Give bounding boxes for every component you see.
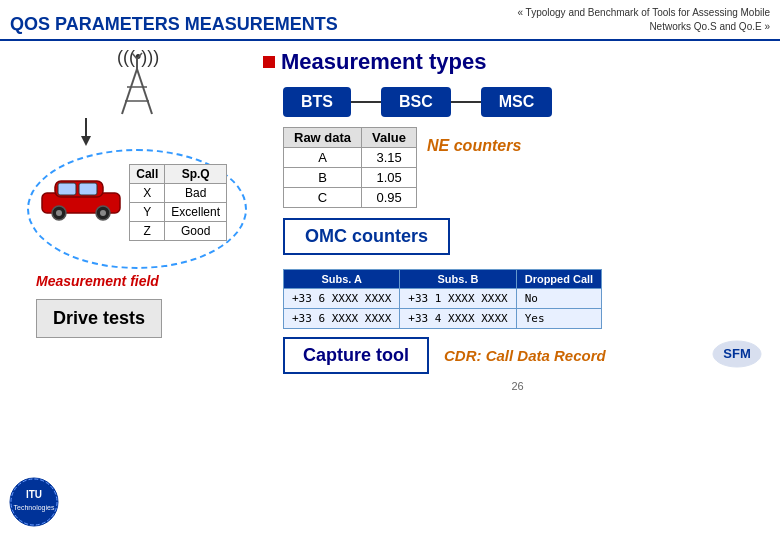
page-number-area: 26 xyxy=(263,376,772,394)
subs-table-cell: Yes xyxy=(516,309,601,329)
ne-col1-header: Raw data xyxy=(284,128,362,148)
spq-col2-header: Sp.Q xyxy=(165,165,227,184)
ne-counters-label: NE counters xyxy=(427,137,521,155)
tower-icon: (((•))) xyxy=(97,49,177,119)
subs-table-container: Subs. ASubs. BDropped Call +33 6 XXXX XX… xyxy=(283,269,772,329)
capture-cdr-row: Capture tool CDR: Call Data Record SFM xyxy=(283,337,772,374)
subs-table-row: +33 6 XXXX XXXX+33 1 XXXX XXXXNo xyxy=(284,289,602,309)
spq-table-row: ZGood xyxy=(130,222,227,241)
svg-point-16 xyxy=(56,210,62,216)
network-nodes-row: BTS BSC MSC xyxy=(283,87,772,117)
ne-table-row-raw: A xyxy=(284,148,362,168)
ne-table: Raw data Value A3.15B1.05C0.95 xyxy=(283,127,417,208)
drive-tests-box: Drive tests xyxy=(36,299,162,338)
ne-table-row: C0.95 xyxy=(284,188,417,208)
measurement-types-heading: Measurement types xyxy=(263,49,772,75)
spq-row-value: Bad xyxy=(165,184,227,203)
spq-table: Call Sp.Q XBadYExcellentZGood xyxy=(129,164,227,241)
tower-area: (((•))) xyxy=(16,49,258,123)
itu-logo-area: ITU Technologies xyxy=(8,476,60,532)
omc-counters-container: OMC counters xyxy=(263,218,772,263)
page-header: QOS PARAMETERS MEASUREMENTS « Typology a… xyxy=(0,0,780,41)
svg-rect-13 xyxy=(79,183,97,195)
svg-text:ITU: ITU xyxy=(26,489,42,500)
svg-line-1 xyxy=(122,69,137,114)
measurement-types-label: Measurement types xyxy=(281,49,486,75)
subs-table-row: +33 6 XXXX XXXX+33 4 XXXX XXXXYes xyxy=(284,309,602,329)
sfm-logo-icon: SFM xyxy=(712,339,762,369)
omc-counters-box: OMC counters xyxy=(283,218,450,255)
spq-row-call: Y xyxy=(130,203,165,222)
spq-table-row: XBad xyxy=(130,184,227,203)
spq-col1-header: Call xyxy=(130,165,165,184)
svg-line-2 xyxy=(137,69,152,114)
bts-box: BTS xyxy=(283,87,351,117)
car-icon xyxy=(37,171,127,225)
itu-logo-icon: ITU Technologies xyxy=(8,476,60,528)
sfm-logo-area: SFM xyxy=(712,339,762,373)
spq-row-value: Excellent xyxy=(165,203,227,222)
svg-point-17 xyxy=(100,210,106,216)
left-column: (((•))) xyxy=(8,49,258,394)
spq-row-value: Good xyxy=(165,222,227,241)
arrow-bts-bsc xyxy=(351,101,381,103)
subs-table-header: Dropped Call xyxy=(516,270,601,289)
ne-table-row-raw: C xyxy=(284,188,362,208)
subs-table-cell: +33 6 XXXX XXXX xyxy=(284,289,400,309)
spq-table-row: YExcellent xyxy=(130,203,227,222)
cdr-label: CDR: Call Data Record xyxy=(444,347,606,364)
ne-counters-area: Raw data Value A3.15B1.05C0.95 NE counte… xyxy=(283,127,772,208)
spq-row-call: Z xyxy=(130,222,165,241)
subs-table-cell: No xyxy=(516,289,601,309)
bsc-box: BSC xyxy=(381,87,451,117)
ne-table-row-raw: B xyxy=(284,168,362,188)
ne-col2-header: Value xyxy=(362,128,417,148)
svg-point-20 xyxy=(10,478,58,526)
svg-text:SFM: SFM xyxy=(723,346,750,361)
svg-rect-12 xyxy=(58,183,76,195)
bullet-icon xyxy=(263,56,275,68)
subs-table-cell: +33 4 XXXX XXXX xyxy=(400,309,516,329)
ne-table-row-value: 1.05 xyxy=(362,168,417,188)
arrow-bsc-msc xyxy=(451,101,481,103)
ne-table-row-value: 0.95 xyxy=(362,188,417,208)
measurement-field-oval: Call Sp.Q XBadYExcellentZGood xyxy=(27,149,247,269)
page-number: 26 xyxy=(511,380,523,392)
capture-tool-box: Capture tool xyxy=(283,337,429,374)
subs-table-cell: +33 1 XXXX XXXX xyxy=(400,289,516,309)
spq-row-call: X xyxy=(130,184,165,203)
svg-text:Technologies: Technologies xyxy=(14,504,55,512)
ne-table-row-value: 3.15 xyxy=(362,148,417,168)
page-title: QOS PARAMETERS MEASUREMENTS xyxy=(10,14,338,35)
subs-table-header: Subs. A xyxy=(284,270,400,289)
ne-table-row: B1.05 xyxy=(284,168,417,188)
measurement-field-label: Measurement field xyxy=(36,273,258,289)
svg-marker-9 xyxy=(81,136,91,146)
ne-table-row: A3.15 xyxy=(284,148,417,168)
msc-box: MSC xyxy=(481,87,553,117)
subs-table-cell: +33 6 XXXX XXXX xyxy=(284,309,400,329)
subs-table-header: Subs. B xyxy=(400,270,516,289)
subs-table: Subs. ASubs. BDropped Call +33 6 XXXX XX… xyxy=(283,269,602,329)
right-column: Measurement types BTS BSC MSC Raw data V… xyxy=(258,49,772,394)
top-right-subtitle: « Typology and Benchmark of Tools for As… xyxy=(510,6,770,34)
